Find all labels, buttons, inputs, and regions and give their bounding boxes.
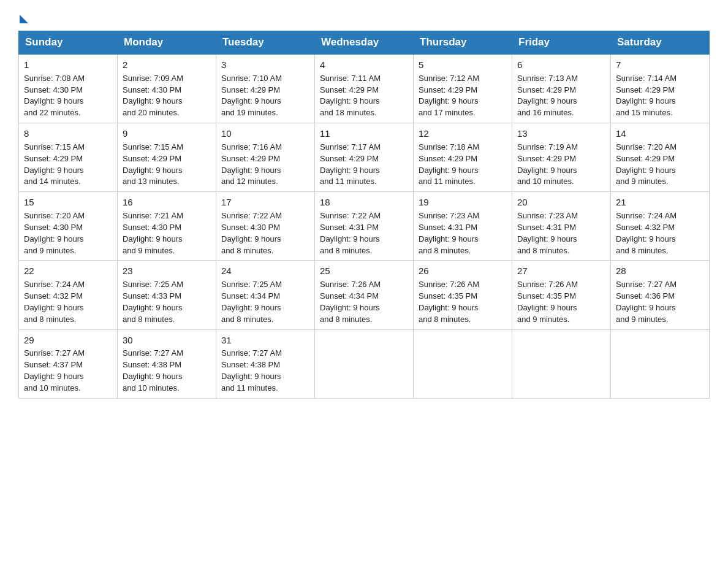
calendar-cell: 26 Sunrise: 7:26 AM Sunset: 4:35 PM Dayl… bbox=[414, 261, 512, 329]
day-number: 21 bbox=[616, 196, 704, 209]
day-number: 22 bbox=[24, 264, 112, 278]
day-info: Sunrise: 7:10 AM Sunset: 4:29 PM Dayligh… bbox=[221, 73, 309, 119]
day-number: 30 bbox=[123, 334, 211, 347]
day-info: Sunrise: 7:25 AM Sunset: 4:34 PM Dayligh… bbox=[221, 279, 309, 325]
day-number: 29 bbox=[24, 334, 112, 347]
calendar-week-row: 29 Sunrise: 7:27 AM Sunset: 4:37 PM Dayl… bbox=[19, 329, 710, 398]
calendar-cell: 13 Sunrise: 7:19 AM Sunset: 4:29 PM Dayl… bbox=[512, 123, 611, 192]
day-info: Sunrise: 7:11 AM Sunset: 4:29 PM Dayligh… bbox=[320, 73, 408, 119]
day-info: Sunrise: 7:22 AM Sunset: 4:31 PM Dayligh… bbox=[320, 210, 408, 256]
page-header bbox=[18, 12, 710, 18]
calendar-cell: 25 Sunrise: 7:26 AM Sunset: 4:34 PM Dayl… bbox=[315, 261, 414, 329]
day-info: Sunrise: 7:27 AM Sunset: 4:37 PM Dayligh… bbox=[24, 348, 112, 394]
day-info: Sunrise: 7:21 AM Sunset: 4:30 PM Dayligh… bbox=[123, 210, 211, 256]
weekday-header-monday: Monday bbox=[118, 31, 216, 55]
calendar-cell: 9 Sunrise: 7:15 AM Sunset: 4:29 PM Dayli… bbox=[118, 123, 216, 192]
calendar-cell: 19 Sunrise: 7:23 AM Sunset: 4:31 PM Dayl… bbox=[414, 192, 512, 261]
calendar-cell: 12 Sunrise: 7:18 AM Sunset: 4:29 PM Dayl… bbox=[414, 123, 512, 192]
day-info: Sunrise: 7:26 AM Sunset: 4:35 PM Dayligh… bbox=[419, 279, 507, 325]
calendar-cell: 29 Sunrise: 7:27 AM Sunset: 4:37 PM Dayl… bbox=[19, 329, 118, 398]
day-info: Sunrise: 7:26 AM Sunset: 4:34 PM Dayligh… bbox=[320, 279, 408, 325]
calendar-cell bbox=[512, 329, 611, 398]
logo bbox=[18, 12, 28, 18]
calendar-cell bbox=[414, 329, 512, 398]
day-number: 7 bbox=[616, 58, 704, 72]
calendar-cell: 30 Sunrise: 7:27 AM Sunset: 4:38 PM Dayl… bbox=[118, 329, 216, 398]
weekday-header-wednesday: Wednesday bbox=[315, 31, 414, 55]
calendar-cell: 11 Sunrise: 7:17 AM Sunset: 4:29 PM Dayl… bbox=[315, 123, 414, 192]
logo-arrow-icon bbox=[20, 15, 28, 23]
day-number: 25 bbox=[320, 264, 408, 278]
calendar-cell: 20 Sunrise: 7:23 AM Sunset: 4:31 PM Dayl… bbox=[512, 192, 611, 261]
day-info: Sunrise: 7:08 AM Sunset: 4:30 PM Dayligh… bbox=[24, 73, 112, 119]
day-info: Sunrise: 7:15 AM Sunset: 4:29 PM Dayligh… bbox=[24, 142, 112, 188]
day-number: 14 bbox=[616, 127, 704, 140]
day-info: Sunrise: 7:27 AM Sunset: 4:38 PM Dayligh… bbox=[221, 348, 309, 394]
calendar-cell: 8 Sunrise: 7:15 AM Sunset: 4:29 PM Dayli… bbox=[19, 123, 118, 192]
day-info: Sunrise: 7:24 AM Sunset: 4:32 PM Dayligh… bbox=[24, 279, 112, 325]
day-number: 8 bbox=[24, 127, 112, 140]
calendar-cell: 23 Sunrise: 7:25 AM Sunset: 4:33 PM Dayl… bbox=[118, 261, 216, 329]
day-number: 20 bbox=[517, 196, 605, 209]
calendar-week-row: 15 Sunrise: 7:20 AM Sunset: 4:30 PM Dayl… bbox=[19, 192, 710, 261]
day-number: 10 bbox=[221, 127, 309, 140]
weekday-header-thursday: Thursday bbox=[414, 31, 512, 55]
calendar-cell: 24 Sunrise: 7:25 AM Sunset: 4:34 PM Dayl… bbox=[216, 261, 315, 329]
day-info: Sunrise: 7:12 AM Sunset: 4:29 PM Dayligh… bbox=[419, 73, 507, 119]
weekday-header-row: SundayMondayTuesdayWednesdayThursdayFrid… bbox=[19, 31, 710, 55]
day-number: 15 bbox=[24, 196, 112, 209]
day-number: 19 bbox=[419, 196, 507, 209]
day-info: Sunrise: 7:27 AM Sunset: 4:36 PM Dayligh… bbox=[616, 279, 704, 325]
calendar-cell bbox=[315, 329, 414, 398]
day-number: 18 bbox=[320, 196, 408, 209]
day-info: Sunrise: 7:23 AM Sunset: 4:31 PM Dayligh… bbox=[419, 210, 507, 256]
day-number: 13 bbox=[517, 127, 605, 140]
day-number: 1 bbox=[24, 58, 112, 72]
day-info: Sunrise: 7:25 AM Sunset: 4:33 PM Dayligh… bbox=[123, 279, 211, 325]
calendar-cell: 28 Sunrise: 7:27 AM Sunset: 4:36 PM Dayl… bbox=[611, 261, 710, 329]
day-info: Sunrise: 7:26 AM Sunset: 4:35 PM Dayligh… bbox=[517, 279, 605, 325]
calendar-cell: 3 Sunrise: 7:10 AM Sunset: 4:29 PM Dayli… bbox=[216, 54, 315, 123]
day-number: 16 bbox=[123, 196, 211, 209]
calendar-cell: 17 Sunrise: 7:22 AM Sunset: 4:30 PM Dayl… bbox=[216, 192, 315, 261]
day-number: 5 bbox=[419, 58, 507, 72]
day-info: Sunrise: 7:16 AM Sunset: 4:29 PM Dayligh… bbox=[221, 142, 309, 188]
calendar-cell: 21 Sunrise: 7:24 AM Sunset: 4:32 PM Dayl… bbox=[611, 192, 710, 261]
calendar-cell: 27 Sunrise: 7:26 AM Sunset: 4:35 PM Dayl… bbox=[512, 261, 611, 329]
day-info: Sunrise: 7:27 AM Sunset: 4:38 PM Dayligh… bbox=[123, 348, 211, 394]
calendar-cell: 14 Sunrise: 7:20 AM Sunset: 4:29 PM Dayl… bbox=[611, 123, 710, 192]
day-info: Sunrise: 7:19 AM Sunset: 4:29 PM Dayligh… bbox=[517, 142, 605, 188]
calendar-cell bbox=[611, 329, 710, 398]
calendar-week-row: 22 Sunrise: 7:24 AM Sunset: 4:32 PM Dayl… bbox=[19, 261, 710, 329]
calendar-cell: 7 Sunrise: 7:14 AM Sunset: 4:29 PM Dayli… bbox=[611, 54, 710, 123]
day-info: Sunrise: 7:24 AM Sunset: 4:32 PM Dayligh… bbox=[616, 210, 704, 256]
day-number: 24 bbox=[221, 264, 309, 278]
calendar-cell: 31 Sunrise: 7:27 AM Sunset: 4:38 PM Dayl… bbox=[216, 329, 315, 398]
day-info: Sunrise: 7:20 AM Sunset: 4:30 PM Dayligh… bbox=[24, 210, 112, 256]
day-number: 3 bbox=[221, 58, 309, 72]
calendar-cell: 2 Sunrise: 7:09 AM Sunset: 4:30 PM Dayli… bbox=[118, 54, 216, 123]
day-info: Sunrise: 7:22 AM Sunset: 4:30 PM Dayligh… bbox=[221, 210, 309, 256]
day-number: 6 bbox=[517, 58, 605, 72]
day-info: Sunrise: 7:23 AM Sunset: 4:31 PM Dayligh… bbox=[517, 210, 605, 256]
day-info: Sunrise: 7:17 AM Sunset: 4:29 PM Dayligh… bbox=[320, 142, 408, 188]
calendar-week-row: 1 Sunrise: 7:08 AM Sunset: 4:30 PM Dayli… bbox=[19, 54, 710, 123]
day-number: 17 bbox=[221, 196, 309, 209]
day-number: 4 bbox=[320, 58, 408, 72]
day-info: Sunrise: 7:14 AM Sunset: 4:29 PM Dayligh… bbox=[616, 73, 704, 119]
day-info: Sunrise: 7:09 AM Sunset: 4:30 PM Dayligh… bbox=[123, 73, 211, 119]
day-info: Sunrise: 7:20 AM Sunset: 4:29 PM Dayligh… bbox=[616, 142, 704, 188]
weekday-header-sunday: Sunday bbox=[19, 31, 118, 55]
calendar-table: SundayMondayTuesdayWednesdayThursdayFrid… bbox=[18, 31, 710, 399]
day-number: 28 bbox=[616, 264, 704, 278]
calendar-cell: 16 Sunrise: 7:21 AM Sunset: 4:30 PM Dayl… bbox=[118, 192, 216, 261]
day-info: Sunrise: 7:18 AM Sunset: 4:29 PM Dayligh… bbox=[419, 142, 507, 188]
day-info: Sunrise: 7:15 AM Sunset: 4:29 PM Dayligh… bbox=[123, 142, 211, 188]
weekday-header-tuesday: Tuesday bbox=[216, 31, 315, 55]
day-number: 9 bbox=[123, 127, 211, 140]
calendar-cell: 5 Sunrise: 7:12 AM Sunset: 4:29 PM Dayli… bbox=[414, 54, 512, 123]
day-number: 11 bbox=[320, 127, 408, 140]
weekday-header-friday: Friday bbox=[512, 31, 611, 55]
day-number: 12 bbox=[419, 127, 507, 140]
calendar-cell: 10 Sunrise: 7:16 AM Sunset: 4:29 PM Dayl… bbox=[216, 123, 315, 192]
